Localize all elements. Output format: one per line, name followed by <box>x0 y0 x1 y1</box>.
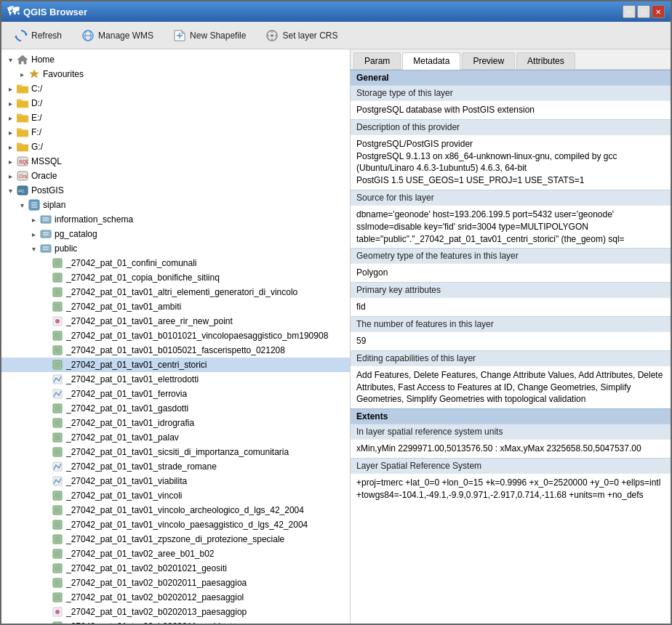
refresh-label: Refresh <box>31 31 62 41</box>
main-window: 🗺 QGIS Browser ─ □ ✕ Refresh <box>0 0 672 625</box>
tree-item-l10[interactable]: _27042_pat_01_tav01_ferrovia <box>1 387 350 401</box>
refresh-icon <box>14 28 28 43</box>
tree-item-l11[interactable]: _27042_pat_01_tav01_gasdotti <box>1 401 350 416</box>
tree-item-label: siplan <box>43 200 65 210</box>
tree-item-l5[interactable]: _27042_pat_01_tav01_aree_rir_new_point <box>1 314 350 328</box>
expand-arrow[interactable]: ▸ <box>4 114 16 122</box>
tab-metadata[interactable]: Metadata <box>402 52 460 70</box>
tree-item-l9[interactable]: _27042_pat_01_tav01_elettrodotti <box>1 372 350 387</box>
browser-tree-panel: ▾Home▸Favourites▸C:/▸D:/▸E:/▸F:/▸G:/▸SQL… <box>1 49 351 624</box>
new-shapefile-label: New Shapefile <box>190 31 246 41</box>
tab-attributes[interactable]: Attributes <box>516 52 575 69</box>
meta-section-header: Extents <box>351 408 671 424</box>
layer-poly-icon <box>51 547 64 560</box>
tree-item-l14[interactable]: _27042_pat_01_tav01_sicsiti_di_importanz… <box>1 445 350 459</box>
metadata-panel: GeneralStorage type of this layerPostgre… <box>351 70 671 624</box>
tree-item-l15[interactable]: _27042_pat_01_tav01_strade_romane <box>1 459 350 474</box>
tab-preview[interactable]: Preview <box>462 52 515 69</box>
tree-item-label: Oracle <box>31 171 57 181</box>
meta-row-value: +proj=tmerc +lat_0=0 +lon_0=15 +k=0.9996… <box>351 473 671 504</box>
svg-text:PG: PG <box>18 189 25 193</box>
tree-item-pg_catalog[interactable]: ▸pg_catalog <box>1 227 350 241</box>
tree-item-public[interactable]: ▾public <box>1 241 350 256</box>
tree-item-l7[interactable]: _27042_pat_01_tav01_b0105021_fascerispet… <box>1 343 350 358</box>
expand-arrow[interactable]: ▸ <box>28 230 39 238</box>
title-bar-left: 🗺 QGIS Browser <box>7 5 87 18</box>
tree-item-l13[interactable]: _27042_pat_01_tav01_palav <box>1 430 350 445</box>
tree-item-l12[interactable]: _27042_pat_01_tav01_idrografia <box>1 416 350 430</box>
tab-param[interactable]: Param <box>353 52 401 69</box>
tree-item-label: _27042_pat_01_tav01_zpszone_di_protezion… <box>66 534 284 544</box>
browser-tree[interactable]: ▾Home▸Favourites▸C:/▸D:/▸E:/▸F:/▸G:/▸SQL… <box>1 49 350 624</box>
refresh-button[interactable]: Refresh <box>7 25 68 46</box>
expand-arrow[interactable]: ▸ <box>16 70 28 78</box>
svg-rect-46 <box>55 304 60 310</box>
expand-arrow[interactable]: ▾ <box>28 245 39 253</box>
tree-item-label: _27042_pat_01_tav02_b0202011_paesaggioa <box>66 578 247 588</box>
set-layer-crs-icon <box>265 28 279 43</box>
expand-arrow[interactable]: ▸ <box>4 85 16 93</box>
tree-item-l21[interactable]: _27042_pat_01_tav02_aree_b01_b02 <box>1 547 350 561</box>
tree-item-l25[interactable]: _27042_pat_01_tav02_b0202013_paesaggiop <box>1 605 350 619</box>
manage-wms-icon <box>81 28 95 43</box>
tree-item-c[interactable]: ▸C:/ <box>1 81 350 96</box>
tree-item-l6[interactable]: _27042_pat_01_tav01_b0101021_vincolopaes… <box>1 328 350 343</box>
tree-item-l24[interactable]: _27042_pat_01_tav02_b0202012_paesaggiol <box>1 590 350 605</box>
svg-text:SQL: SQL <box>19 159 28 165</box>
folder-icon <box>16 82 29 95</box>
svg-rect-44 <box>55 289 60 295</box>
tree-item-l1[interactable]: _27042_pat_01_confini_comunali <box>1 256 350 270</box>
expand-arrow[interactable]: ▾ <box>16 201 28 209</box>
tree-item-l3[interactable]: _27042_pat_01_tav01_altri_elementi_gener… <box>1 285 350 299</box>
tree-item-l18[interactable]: _27042_pat_01_tav01_vincolo_archeologico… <box>1 503 350 517</box>
tree-item-oracle[interactable]: ▸OraOracle <box>1 169 350 183</box>
expand-arrow[interactable]: ▸ <box>4 172 16 180</box>
minimize-button[interactable]: ─ <box>623 5 636 18</box>
maximize-button[interactable]: □ <box>637 5 650 18</box>
tree-item-d[interactable]: ▸D:/ <box>1 96 350 110</box>
tree-item-label: _27042_pat_01_tav01_vincoli <box>66 491 182 501</box>
tree-item-favourites[interactable]: ▸Favourites <box>1 67 350 81</box>
tree-item-l17[interactable]: _27042_pat_01_tav01_vincoli <box>1 488 350 503</box>
tree-item-label: _27042_pat_01_tav01_altri_elementi_gener… <box>66 287 297 297</box>
tree-item-l4[interactable]: _27042_pat_01_tav01_ambiti <box>1 299 350 314</box>
layer-line-icon <box>51 387 64 400</box>
tree-item-l8[interactable]: _27042_pat_01_tav01_centri_storici <box>1 358 350 372</box>
tree-item-l22[interactable]: _27042_pat_01_tav02_b0201021_geositi <box>1 561 350 576</box>
tree-item-label: _27042_pat_01_tav01_vincolo_archeologico… <box>66 505 304 515</box>
expand-arrow[interactable]: ▸ <box>4 158 16 166</box>
tree-item-l23[interactable]: _27042_pat_01_tav02_b0202011_paesaggioa <box>1 576 350 590</box>
tree-item-label: _27042_pat_01_tav01_ferrovia <box>66 389 187 399</box>
expand-arrow[interactable]: ▸ <box>28 216 39 224</box>
tree-item-label: _27042_pat_01_tav01_vincolo_paesaggistic… <box>66 520 308 530</box>
tree-item-label: _27042_pat_01_copia_bonifiche_sitiinq <box>66 273 220 283</box>
layer-poly-icon <box>51 344 64 357</box>
tree-item-label: _27042_pat_01_tav02_aree_b01_b02 <box>66 549 215 559</box>
tree-item-mssql[interactable]: ▸SQLMSSQL <box>1 154 350 169</box>
tree-item-l16[interactable]: _27042_pat_01_tav01_viabilita <box>1 474 350 488</box>
new-shapefile-button[interactable]: New Shapefile <box>166 25 252 46</box>
tree-item-l20[interactable]: _27042_pat_01_tav01_zpszone_di_protezion… <box>1 532 350 547</box>
tree-item-l19[interactable]: _27042_pat_01_tav01_vincolo_paesaggistic… <box>1 517 350 532</box>
tree-item-l26[interactable]: _27042_pat_01_tav02_b0203011_ambientea <box>1 619 350 624</box>
expand-arrow[interactable]: ▸ <box>4 143 16 151</box>
tree-item-l2[interactable]: _27042_pat_01_copia_bonifiche_sitiinq <box>1 270 350 285</box>
star-icon <box>28 68 41 81</box>
tree-item-siplan[interactable]: ▾siplan <box>1 198 350 212</box>
tree-item-e[interactable]: ▸E:/ <box>1 110 350 125</box>
tree-item-home[interactable]: ▾Home <box>1 52 350 67</box>
tree-item-g[interactable]: ▸G:/ <box>1 140 350 154</box>
expand-arrow[interactable]: ▾ <box>4 56 16 64</box>
expand-arrow[interactable]: ▸ <box>4 129 16 137</box>
tree-item-f[interactable]: ▸F:/ <box>1 125 350 140</box>
svg-rect-15 <box>17 87 28 93</box>
tree-item-info_schema[interactable]: ▸information_schema <box>1 212 350 227</box>
set-layer-crs-button[interactable]: Set layer CRS <box>258 25 344 46</box>
meta-row-value: fid <box>351 297 671 316</box>
tree-item-postgis[interactable]: ▾PGPostGIS <box>1 183 350 198</box>
close-button[interactable]: ✕ <box>652 5 665 18</box>
expand-arrow[interactable]: ▾ <box>4 187 16 195</box>
manage-wms-button[interactable]: Manage WMS <box>74 25 160 46</box>
svg-rect-85 <box>53 622 62 624</box>
expand-arrow[interactable]: ▸ <box>4 100 16 108</box>
